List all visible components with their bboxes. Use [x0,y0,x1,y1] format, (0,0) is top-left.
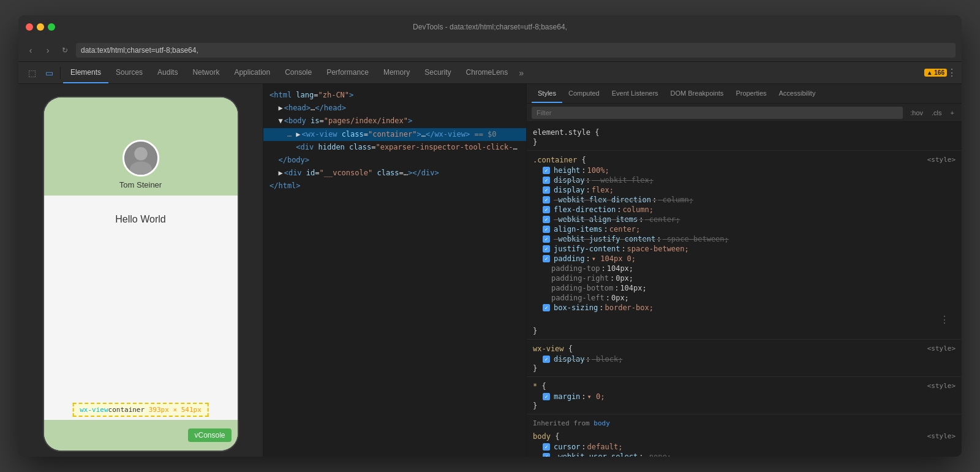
css-rule-close: } [533,138,956,147]
svg-point-1 [134,147,148,161]
css-prop-padding-bottom: padding-bottom: 104px; [533,283,956,293]
address-text: data:text/html;charset=utf-8;base64, [81,46,198,55]
window-title: DevTools - data:text/html;charset=utf-8;… [413,23,567,31]
css-prop-height: height: 100%; [533,166,956,175]
mobile-device: Tom Steiner Hello World wx-viewcontainer… [43,96,239,452]
css-checkbox-height[interactable] [543,167,550,174]
css-selector-wxview: <style> wx-view { [533,344,956,353]
tab-application[interactable]: Application [227,63,277,83]
tab-security[interactable]: Security [417,63,458,83]
css-checkbox-justify[interactable] [543,245,550,253]
html-line-close-html[interactable]: </html> [263,180,526,192]
maximize-button[interactable] [48,23,55,31]
subtab-properties[interactable]: Properties [729,85,772,103]
tab-console[interactable]: Console [277,63,319,83]
close-button[interactable] [26,23,33,31]
css-checkbox-margin[interactable] [543,393,550,400]
css-prop-padding: padding: ▾ 104px 0; [533,254,956,264]
divider [60,67,61,79]
html-line-body[interactable]: ▼<body is="pages/index/index"> [263,115,526,128]
html-line-close-body[interactable]: </body> [263,154,526,167]
tab-memory[interactable]: Memory [376,63,417,83]
css-checkbox-box-sizing[interactable] [543,304,550,311]
sub-tabs: Styles Computed Event Listeners DOM Brea… [527,84,962,104]
css-checkbox-padding[interactable] [543,255,550,262]
address-bar[interactable]: data:text/html;charset=utf-8;base64, [76,43,956,58]
elements-panel: <html lang="zh-CN"> ▶<head>…</head> ▼<bo… [263,84,527,457]
html-line-wxview[interactable]: … ▶<wx-view class="container">…</wx-view… [263,128,526,141]
css-checkbox-align[interactable] [543,226,550,233]
highlight-tag: wx-view [80,406,108,414]
css-rule-star: <style> * { margin: ▾ 0; } [527,379,962,414]
highlight-class: container [108,406,145,414]
filter-hov-button[interactable]: :hov [908,108,925,118]
css-prop-webkit-justify: -webkit-justify-content: space-between; [533,234,956,244]
inherited-from-header: Inherited from body [527,417,962,430]
html-line-div-hidden[interactable]: <div hidden class="exparser-inspector-to… [263,141,526,154]
back-button[interactable]: ‹ [24,44,37,56]
styles-content: element.style { } <style> .container { h… [527,122,962,457]
subtab-accessibility[interactable]: Accessibility [773,85,822,103]
css-prop-webkit-user-select: -webkit-user-select: none; [533,452,956,457]
css-checkbox-webkit-justify[interactable] [543,235,550,243]
tab-sources[interactable]: Sources [108,63,150,83]
tab-audits[interactable]: Audits [150,63,185,83]
filter-plus-button[interactable]: + [948,108,957,118]
elements-content: <html lang="zh-CN"> ▶<head>…</head> ▼<bo… [263,84,526,457]
more-tabs-button[interactable]: » [515,68,527,78]
main-body: Tom Steiner Hello World wx-viewcontainer… [18,84,962,457]
css-checkbox-webkit-flex-dir[interactable] [543,196,550,204]
html-line-vconsole[interactable]: ▶<div id="__vconsole" class=…></div> [263,167,526,180]
styles-filter-bar: :hov .cls + [527,104,962,122]
css-prop-cursor: cursor: default; [533,442,956,452]
tab-elements[interactable]: Elements [63,63,108,83]
css-checkbox-cursor[interactable] [543,443,550,451]
menu-button[interactable]: ⋮ [947,67,957,78]
tab-performance[interactable]: Performance [319,63,376,83]
cursor-icon[interactable]: ⬚ [23,64,40,82]
browser-bar: ‹ › ↻ data:text/html;charset=utf-8;base6… [18,39,962,62]
inherited-from-tag: body [594,419,610,427]
svg-point-2 [130,161,152,177]
filter-cls-button[interactable]: .cls [929,108,944,118]
subtab-computed[interactable]: Computed [562,85,606,103]
css-prop-wxview-display: display: block; [533,354,956,364]
css-checkbox-display[interactable] [543,186,550,194]
preview-panel: Tom Steiner Hello World wx-viewcontainer… [18,84,263,457]
devtools-top-bar: ⬚ ▭ Elements Sources Audits Network Appl… [18,62,962,84]
forward-button[interactable]: › [42,44,54,56]
html-line-head[interactable]: ▶<head>…</head> [263,102,526,115]
css-prop-padding-left: padding-left: 0px; [533,293,956,303]
css-checkbox-flex-dir[interactable] [543,206,550,213]
css-prop-flex-direction: flex-direction: column; [533,205,956,215]
subtab-event-listeners[interactable]: Event Listeners [606,85,665,103]
hello-world-text: Hello World [115,214,165,225]
css-checkbox-display-webkit[interactable] [543,177,550,184]
css-checkbox-webkit-align[interactable] [543,216,550,223]
devtools-window: DevTools - data:text/html;charset=utf-8;… [18,15,962,457]
css-prop-justify: justify-content: space-between; [533,244,956,254]
element-highlight: wx-viewcontainer 393px × 541px [72,403,209,417]
subtab-styles[interactable]: Styles [532,85,562,103]
device-icon[interactable]: ▭ [40,64,58,82]
mobile-body: Hello World [44,196,238,420]
css-checkbox-wxview-display[interactable] [543,356,550,363]
subtab-dom-breakpoints[interactable]: DOM Breakpoints [665,85,730,103]
avatar [123,140,159,177]
tab-chromelens[interactable]: ChromeLens [459,63,516,83]
vconsole-button[interactable]: vConsole [188,428,231,442]
tab-network[interactable]: Network [185,63,227,83]
highlight-size: 393px × 541px [149,406,202,414]
css-selector-star: <style> * { [533,382,956,390]
css-rule-container: <style> .container { height: 100%; displ… [527,153,962,340]
css-checkbox-webkit-user-select[interactable] [543,453,550,457]
styles-panel: Styles Computed Event Listeners DOM Brea… [527,84,962,457]
rule-options-icon[interactable]: ⋮ [940,314,949,325]
css-rule-wxview-close: } [533,364,956,373]
refresh-button[interactable]: ↻ [59,44,71,56]
styles-filter-input[interactable] [532,107,903,119]
css-prop-webkit-align-items: -webkit-align-items: center; [533,215,956,224]
minimize-button[interactable] [37,23,44,31]
css-prop-padding-top: padding-top: 104px; [533,264,956,273]
html-line-html[interactable]: <html lang="zh-CN"> [263,89,526,102]
